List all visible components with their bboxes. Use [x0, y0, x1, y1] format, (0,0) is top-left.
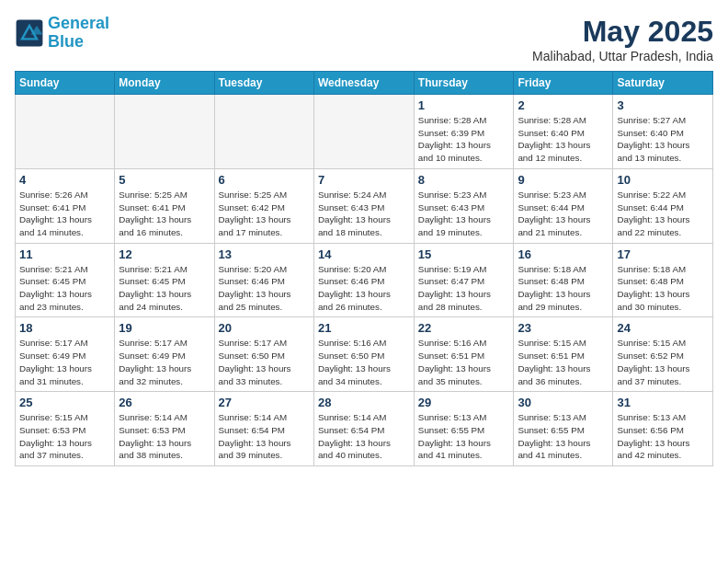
day-number: 10 [617, 173, 709, 187]
day-info: Sunrise: 5:17 AM Sunset: 6:49 PM Dayligh… [19, 337, 110, 387]
calendar-subtitle: Malihabad, Uttar Pradesh, India [532, 49, 713, 63]
calendar-cell [16, 95, 115, 169]
day-number: 12 [119, 247, 210, 261]
day-info: Sunrise: 5:17 AM Sunset: 6:49 PM Dayligh… [119, 337, 210, 387]
weekday-header-friday: Friday [514, 72, 613, 95]
calendar-cell: 6Sunrise: 5:25 AM Sunset: 6:42 PM Daylig… [214, 168, 313, 243]
day-info: Sunrise: 5:14 AM Sunset: 6:53 PM Dayligh… [119, 411, 210, 462]
day-number: 23 [518, 321, 609, 335]
day-number: 2 [518, 98, 609, 112]
day-number: 5 [119, 173, 210, 187]
calendar-cell: 9Sunrise: 5:23 AM Sunset: 6:44 PM Daylig… [514, 168, 613, 243]
day-info: Sunrise: 5:16 AM Sunset: 6:50 PM Dayligh… [318, 337, 410, 387]
day-info: Sunrise: 5:13 AM Sunset: 6:55 PM Dayligh… [518, 411, 609, 462]
day-info: Sunrise: 5:19 AM Sunset: 6:47 PM Dayligh… [418, 263, 510, 314]
logo: General Blue [15, 15, 109, 52]
calendar-cell [115, 95, 214, 169]
day-info: Sunrise: 5:23 AM Sunset: 6:44 PM Dayligh… [518, 189, 609, 239]
day-info: Sunrise: 5:23 AM Sunset: 6:43 PM Dayligh… [418, 189, 510, 239]
day-number: 30 [518, 396, 609, 409]
day-number: 29 [418, 396, 510, 409]
day-info: Sunrise: 5:21 AM Sunset: 6:45 PM Dayligh… [119, 263, 210, 314]
day-number: 22 [418, 321, 510, 335]
day-number: 7 [318, 173, 410, 187]
day-info: Sunrise: 5:28 AM Sunset: 6:40 PM Dayligh… [518, 114, 609, 165]
calendar-cell: 17Sunrise: 5:18 AM Sunset: 6:48 PM Dayli… [613, 243, 713, 317]
day-number: 19 [119, 321, 210, 335]
week-row-2: 4Sunrise: 5:26 AM Sunset: 6:41 PM Daylig… [16, 168, 713, 243]
day-number: 3 [617, 98, 709, 112]
calendar-cell [214, 95, 313, 169]
calendar-cell: 23Sunrise: 5:15 AM Sunset: 6:51 PM Dayli… [514, 317, 613, 392]
calendar-cell: 27Sunrise: 5:14 AM Sunset: 6:54 PM Dayli… [214, 392, 313, 466]
calendar-cell: 12Sunrise: 5:21 AM Sunset: 6:45 PM Dayli… [115, 243, 214, 317]
day-number: 11 [19, 247, 110, 261]
day-info: Sunrise: 5:22 AM Sunset: 6:44 PM Dayligh… [617, 189, 709, 239]
day-number: 20 [219, 321, 310, 335]
day-number: 27 [219, 396, 310, 409]
calendar-cell: 22Sunrise: 5:16 AM Sunset: 6:51 PM Dayli… [414, 317, 514, 392]
calendar-cell: 1Sunrise: 5:28 AM Sunset: 6:39 PM Daylig… [414, 95, 514, 169]
day-info: Sunrise: 5:18 AM Sunset: 6:48 PM Dayligh… [617, 263, 709, 314]
calendar-cell: 7Sunrise: 5:24 AM Sunset: 6:43 PM Daylig… [313, 168, 414, 243]
day-info: Sunrise: 5:15 AM Sunset: 6:51 PM Dayligh… [518, 337, 609, 387]
logo-text: General Blue [48, 15, 109, 52]
day-number: 26 [119, 396, 210, 409]
week-row-3: 11Sunrise: 5:21 AM Sunset: 6:45 PM Dayli… [16, 243, 713, 317]
calendar-cell: 24Sunrise: 5:15 AM Sunset: 6:52 PM Dayli… [613, 317, 713, 392]
weekday-header-sunday: Sunday [16, 72, 115, 95]
calendar-cell: 15Sunrise: 5:19 AM Sunset: 6:47 PM Dayli… [414, 243, 514, 317]
calendar-table: SundayMondayTuesdayWednesdayThursdayFrid… [15, 71, 713, 466]
day-info: Sunrise: 5:17 AM Sunset: 6:50 PM Dayligh… [219, 337, 310, 387]
day-number: 28 [318, 396, 410, 409]
day-info: Sunrise: 5:13 AM Sunset: 6:55 PM Dayligh… [418, 411, 510, 462]
day-number: 25 [19, 396, 110, 409]
calendar-cell: 28Sunrise: 5:14 AM Sunset: 6:54 PM Dayli… [313, 392, 414, 466]
day-number: 1 [418, 98, 510, 112]
day-info: Sunrise: 5:16 AM Sunset: 6:51 PM Dayligh… [418, 337, 510, 387]
calendar-cell: 26Sunrise: 5:14 AM Sunset: 6:53 PM Dayli… [115, 392, 214, 466]
day-number: 24 [617, 321, 709, 335]
logo-icon [15, 18, 44, 48]
day-info: Sunrise: 5:24 AM Sunset: 6:43 PM Dayligh… [318, 189, 410, 239]
day-info: Sunrise: 5:28 AM Sunset: 6:39 PM Dayligh… [418, 114, 510, 165]
day-info: Sunrise: 5:14 AM Sunset: 6:54 PM Dayligh… [318, 411, 410, 462]
day-number: 18 [19, 321, 110, 335]
day-info: Sunrise: 5:20 AM Sunset: 6:46 PM Dayligh… [219, 263, 310, 314]
day-number: 4 [19, 173, 110, 187]
calendar-cell: 14Sunrise: 5:20 AM Sunset: 6:46 PM Dayli… [313, 243, 414, 317]
calendar-cell: 8Sunrise: 5:23 AM Sunset: 6:43 PM Daylig… [414, 168, 514, 243]
day-number: 31 [617, 396, 709, 409]
week-row-5: 25Sunrise: 5:15 AM Sunset: 6:53 PM Dayli… [16, 392, 713, 466]
calendar-cell: 18Sunrise: 5:17 AM Sunset: 6:49 PM Dayli… [16, 317, 115, 392]
day-info: Sunrise: 5:21 AM Sunset: 6:45 PM Dayligh… [19, 263, 110, 314]
calendar-cell: 3Sunrise: 5:27 AM Sunset: 6:40 PM Daylig… [613, 95, 713, 169]
calendar-cell: 16Sunrise: 5:18 AM Sunset: 6:48 PM Dayli… [514, 243, 613, 317]
calendar-cell: 21Sunrise: 5:16 AM Sunset: 6:50 PM Dayli… [313, 317, 414, 392]
day-info: Sunrise: 5:15 AM Sunset: 6:53 PM Dayligh… [19, 411, 110, 462]
day-number: 21 [318, 321, 410, 335]
day-number: 9 [518, 173, 609, 187]
calendar-cell: 2Sunrise: 5:28 AM Sunset: 6:40 PM Daylig… [514, 95, 613, 169]
calendar-cell: 13Sunrise: 5:20 AM Sunset: 6:46 PM Dayli… [214, 243, 313, 317]
day-info: Sunrise: 5:27 AM Sunset: 6:40 PM Dayligh… [617, 114, 709, 165]
calendar-cell: 29Sunrise: 5:13 AM Sunset: 6:55 PM Dayli… [414, 392, 514, 466]
calendar-cell: 5Sunrise: 5:25 AM Sunset: 6:41 PM Daylig… [115, 168, 214, 243]
day-number: 14 [318, 247, 410, 261]
day-info: Sunrise: 5:26 AM Sunset: 6:41 PM Dayligh… [19, 189, 110, 239]
week-row-4: 18Sunrise: 5:17 AM Sunset: 6:49 PM Dayli… [16, 317, 713, 392]
day-info: Sunrise: 5:25 AM Sunset: 6:42 PM Dayligh… [219, 189, 310, 239]
weekday-header-monday: Monday [115, 72, 214, 95]
calendar-cell: 30Sunrise: 5:13 AM Sunset: 6:55 PM Dayli… [514, 392, 613, 466]
calendar-cell [313, 95, 414, 169]
weekday-header-wednesday: Wednesday [313, 72, 414, 95]
day-info: Sunrise: 5:15 AM Sunset: 6:52 PM Dayligh… [617, 337, 709, 387]
day-number: 15 [418, 247, 510, 261]
page-header: General Blue May 2025 Malihabad, Uttar P… [15, 15, 713, 63]
day-info: Sunrise: 5:25 AM Sunset: 6:41 PM Dayligh… [119, 189, 210, 239]
calendar-cell: 11Sunrise: 5:21 AM Sunset: 6:45 PM Dayli… [16, 243, 115, 317]
day-info: Sunrise: 5:13 AM Sunset: 6:56 PM Dayligh… [617, 411, 709, 462]
calendar-cell: 4Sunrise: 5:26 AM Sunset: 6:41 PM Daylig… [16, 168, 115, 243]
week-row-1: 1Sunrise: 5:28 AM Sunset: 6:39 PM Daylig… [16, 95, 713, 169]
calendar-cell: 10Sunrise: 5:22 AM Sunset: 6:44 PM Dayli… [613, 168, 713, 243]
